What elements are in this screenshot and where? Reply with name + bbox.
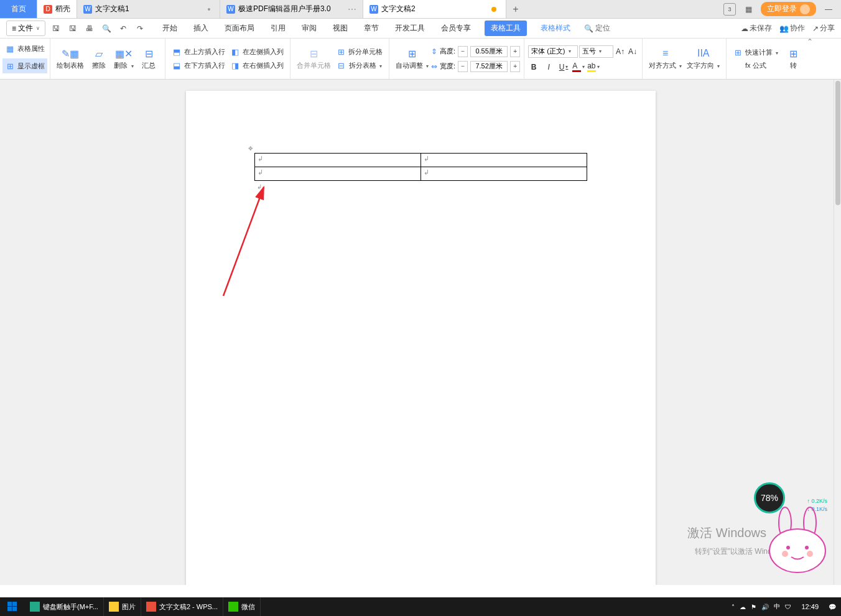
- split-table-button[interactable]: ⊟拆分表格 ▾: [333, 60, 385, 72]
- share-button[interactable]: ↗ 分享: [812, 23, 835, 34]
- tab-section[interactable]: 章节: [361, 21, 381, 36]
- tab-view[interactable]: 视图: [330, 21, 350, 36]
- document-area[interactable]: ✥ ↲↲ ↲↲ ↲: [0, 80, 841, 585]
- split-cell-button[interactable]: ⊞拆分单元格: [333, 46, 385, 58]
- tab-pdf[interactable]: W极速PDF编辑器用户手册3.0⋯: [220, 0, 363, 18]
- login-button[interactable]: 立即登录: [761, 2, 816, 16]
- summary-button[interactable]: ⊟汇总: [136, 46, 161, 71]
- font-size-select[interactable]: 五号▾: [579, 45, 613, 58]
- table-row[interactable]: ↲↲: [254, 154, 587, 167]
- save-as-icon[interactable]: 🖫: [65, 21, 80, 36]
- badge-icon[interactable]: 3: [723, 3, 736, 16]
- minimize-icon[interactable]: —: [822, 3, 835, 16]
- tab-developer[interactable]: 开发工具: [393, 21, 427, 36]
- shrink-font-icon[interactable]: A↓: [627, 46, 638, 57]
- show-gridlines-button[interactable]: ⊞显示虚框: [2, 58, 47, 73]
- table-cell[interactable]: ↲: [420, 167, 587, 181]
- tray-cloud-icon[interactable]: ☁: [740, 604, 746, 610]
- convert-button[interactable]: ⊞转: [781, 46, 806, 71]
- new-tab-button[interactable]: +: [506, 0, 525, 18]
- highlight-button[interactable]: ab▾: [588, 62, 599, 73]
- tray-ime-icon[interactable]: 中: [774, 602, 780, 611]
- tab-doc1[interactable]: W文字文稿1•: [77, 0, 220, 18]
- font-name-select[interactable]: 宋体 (正文)▾: [528, 45, 578, 58]
- merge-cells-button[interactable]: ⊟合并单元格: [294, 46, 333, 71]
- tray-vol-icon[interactable]: 🔊: [761, 604, 769, 610]
- width-minus[interactable]: −: [458, 61, 468, 72]
- table-cell[interactable]: ↲: [254, 154, 420, 167]
- coop-button[interactable]: 👥 协作: [779, 23, 805, 34]
- start-button[interactable]: [0, 597, 25, 616]
- eraser-button[interactable]: ▱擦除: [86, 46, 111, 71]
- width-input[interactable]: [470, 61, 508, 72]
- tab-insert[interactable]: 插入: [191, 21, 211, 36]
- daoke-icon: D: [44, 5, 52, 14]
- tab-page-layout[interactable]: 页面布局: [222, 21, 257, 36]
- insert-col-left-button[interactable]: ◧在左侧插入列: [228, 46, 286, 58]
- task-item[interactable]: 文字文稿2 - WPS...: [141, 597, 223, 616]
- tab-actions-icon[interactable]: ⋯: [348, 5, 356, 14]
- grow-font-icon[interactable]: A↑: [615, 46, 626, 57]
- tray-flag-icon[interactable]: ⚑: [751, 604, 756, 610]
- tab-table-tools[interactable]: 表格工具: [485, 21, 527, 36]
- apps-icon[interactable]: ▦: [742, 3, 755, 16]
- text-direction-button[interactable]: IIA文字方向 ▾: [684, 46, 722, 71]
- task-label: 键盘断触手(M+F...: [43, 602, 98, 612]
- undo-icon[interactable]: ↶: [116, 21, 131, 36]
- windows-logo-icon: [7, 602, 17, 612]
- delete-button[interactable]: ▦✕删除 ▾: [111, 46, 136, 71]
- table-cell[interactable]: ↲: [420, 154, 587, 167]
- italic-button[interactable]: I: [543, 62, 554, 73]
- lbl: 快速计算 ▾: [745, 48, 778, 57]
- file-menu[interactable]: ≡ 文件 ∨: [6, 21, 45, 36]
- print-icon[interactable]: 🖶: [82, 21, 97, 36]
- insert-up-icon: ⬒: [172, 47, 182, 57]
- task-item[interactable]: 图片: [104, 597, 141, 616]
- tray-notif-icon[interactable]: 💬: [829, 604, 836, 610]
- tab-table-style[interactable]: 表格样式: [538, 21, 573, 36]
- align-button[interactable]: ≡对齐方式 ▾: [646, 46, 684, 71]
- align-icon: ≡: [659, 47, 672, 60]
- tray-up-icon[interactable]: ˄: [732, 604, 735, 610]
- height-plus[interactable]: +: [510, 46, 520, 57]
- chevron-down-icon: ∨: [36, 25, 40, 31]
- tab-doc2-active[interactable]: W文字文稿2: [363, 0, 506, 18]
- speed-widget[interactable]: 78%: [754, 482, 785, 513]
- tab-member[interactable]: 会员专享: [439, 21, 473, 36]
- height-minus[interactable]: −: [458, 46, 468, 57]
- collapse-ribbon-icon[interactable]: ⌃: [807, 37, 813, 46]
- bold-button[interactable]: B: [528, 62, 539, 73]
- quick-calc-button[interactable]: ⊞快速计算 ▾: [730, 46, 781, 58]
- draw-table-button[interactable]: ✎▦绘制表格: [54, 46, 86, 71]
- lbl: 文字方向 ▾: [687, 61, 720, 70]
- table-properties-button[interactable]: ▦表格属性: [2, 41, 47, 56]
- tab-references[interactable]: 引用: [268, 21, 288, 36]
- task-item[interactable]: 微信: [223, 597, 261, 616]
- autofit-button[interactable]: ⊞自动调整 ▾: [393, 46, 431, 71]
- tab-start[interactable]: 开始: [160, 21, 180, 36]
- print-preview-icon[interactable]: 🔍: [99, 21, 114, 36]
- vertical-scrollbar[interactable]: [834, 80, 841, 585]
- unsaved-button[interactable]: ☁ 未保存: [741, 23, 772, 34]
- height-input[interactable]: [470, 46, 508, 57]
- scrollbar-thumb[interactable]: [835, 81, 840, 205]
- redo-icon[interactable]: ↷: [132, 21, 147, 36]
- insert-row-above-button[interactable]: ⬒在上方插入行: [169, 46, 228, 58]
- clock[interactable]: 12:49: [796, 603, 824, 610]
- document-table[interactable]: ↲↲ ↲↲: [254, 153, 587, 181]
- tab-review[interactable]: 审阅: [299, 21, 319, 36]
- find-position[interactable]: 🔍 定位: [584, 21, 610, 36]
- task-item[interactable]: 键盘断触手(M+F...: [25, 597, 104, 616]
- font-color-button[interactable]: A▾: [573, 62, 584, 73]
- insert-col-right-button[interactable]: ◨在右侧插入列: [228, 60, 286, 72]
- underline-button[interactable]: U▾: [558, 62, 569, 73]
- formula-button[interactable]: fx 公式: [730, 60, 781, 71]
- width-plus[interactable]: +: [510, 61, 520, 72]
- tray-security-icon[interactable]: 🛡: [785, 604, 791, 610]
- save-icon[interactable]: 🖫: [49, 21, 63, 36]
- insert-row-below-button[interactable]: ⬓在下方插入行: [169, 60, 228, 72]
- tab-home[interactable]: 首页: [0, 0, 37, 18]
- close-icon[interactable]: •: [205, 5, 213, 14]
- tab-daoke[interactable]: D稻壳: [37, 0, 77, 18]
- table-row[interactable]: ↲↲: [254, 167, 587, 181]
